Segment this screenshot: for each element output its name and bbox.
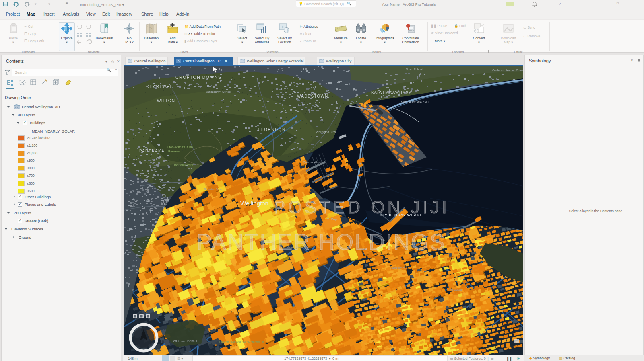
svg-text:WLG — Capital E: WLG — Capital E xyxy=(173,339,198,343)
svg-text:Kaiwharawhara Point: Kaiwharawhara Point xyxy=(401,100,430,103)
svg-text:Pukeahu National War Memorial: Pukeahu National War Memorial Pk xyxy=(219,340,264,343)
svg-text:CROFTON DOWNS: CROFTON DOWNS xyxy=(175,75,221,80)
svg-text:Cashmere Avenue School: Cashmere Avenue School xyxy=(492,69,523,72)
svg-text:Ngaio School: Ngaio School xyxy=(406,68,423,71)
svg-text:Mt Victoria: Mt Victoria xyxy=(450,288,462,291)
svg-text:Thorndon School: Thorndon School xyxy=(204,188,224,191)
svg-text:Courtenay Pl: Courtenay Pl xyxy=(390,266,405,269)
svg-text:WILTON: WILTON xyxy=(157,98,175,103)
svg-text:Wellington: Wellington xyxy=(240,200,268,207)
svg-text:CHARTWELL: CHARTWELL xyxy=(146,84,175,89)
svg-text:Te Papa: Te Papa xyxy=(327,217,339,221)
svg-text:Wadestown School: Wadestown School xyxy=(206,90,231,94)
svg-text:THORNDON: THORNDON xyxy=(258,127,286,132)
svg-text:KAIWHARAWHARA: KAIWHARAWHARA xyxy=(371,90,412,94)
svg-text:PANTHER HOLDINGS: PANTHER HOLDINGS xyxy=(196,229,446,254)
svg-text:Trelissick Park: Trelissick Park xyxy=(173,163,193,167)
svg-text:Otari-Wilton's Bush: Otari-Wilton's Bush xyxy=(167,145,193,149)
svg-text:Wellington Girls: Wellington Girls xyxy=(316,131,336,134)
svg-text:Queens Wharf: Queens Wharf xyxy=(303,161,321,164)
svg-text:WADESTOWN: WADESTOWN xyxy=(297,94,328,98)
svg-text:PAREKĀKĀ: PAREKĀKĀ xyxy=(139,149,165,153)
svg-text:POSTED ON JIJI: POSTED ON JIJI xyxy=(273,197,450,217)
svg-text:Reserve: Reserve xyxy=(168,150,180,153)
